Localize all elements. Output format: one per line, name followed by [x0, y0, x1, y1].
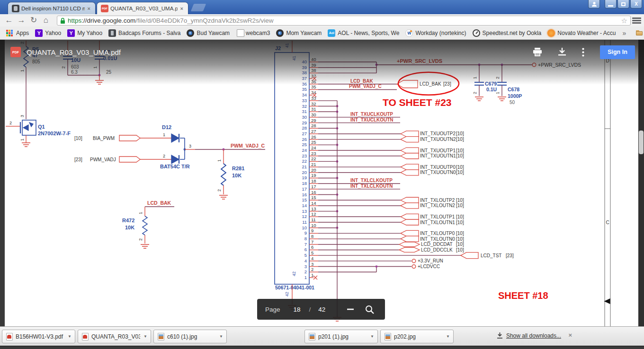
viewer-scrollbar-thumb[interactable]	[639, 131, 644, 154]
forward-button[interactable]: →	[15, 15, 27, 26]
zoom-reset-button[interactable]	[365, 305, 374, 314]
close-button[interactable]: X	[630, 0, 642, 9]
new-tab-button[interactable]	[191, 4, 206, 11]
svg-text:8: 8	[311, 234, 313, 239]
download-dropdown-icon[interactable]: ▼	[370, 334, 374, 339]
svg-text:7: 7	[311, 239, 313, 244]
minimize-icon	[608, 5, 613, 7]
download-item-p202-jpg[interactable]: p202.jpg▼	[380, 330, 454, 343]
tab-close-icon[interactable]: ×	[179, 6, 184, 11]
svg-text:LCD_BAK: LCD_BAK	[420, 81, 441, 87]
svg-text:22: 22	[311, 156, 316, 161]
bookmark-item-apps[interactable]: Apps	[6, 29, 29, 37]
svg-text:33: 33	[302, 98, 307, 103]
webcam-icon	[187, 29, 194, 37]
svg-text:[10]: [10]	[456, 153, 464, 158]
address-bar[interactable]: https://drive.google.com/file/d/0B4eDDk7…	[57, 16, 631, 26]
bookmark-item-webcam3[interactable]: webcam3	[236, 29, 270, 37]
svg-text:R281: R281	[232, 166, 244, 171]
svg-text:10: 10	[302, 225, 307, 230]
svg-text:5: 5	[304, 253, 307, 258]
profile-button[interactable]	[588, 0, 600, 9]
svg-text:30: 30	[302, 114, 307, 120]
svg-text:10K: 10K	[232, 173, 242, 178]
bookmark-item-badcaps-forums-salva[interactable]: Badcaps Forums - Salva	[108, 29, 180, 37]
menu-icon[interactable]	[632, 17, 641, 25]
downloads-close-icon[interactable]: ×	[568, 332, 572, 339]
bookmark-item-workday-nortekinc[interactable]: wWorkday (nortekinc)	[405, 29, 466, 37]
download-item-c610-1-jpg[interactable]: c610 (1).jpg▼	[153, 330, 227, 343]
apps-grid-icon	[6, 29, 14, 37]
svg-text:INT_TXUOUTN2: INT_TXUOUTN2	[420, 137, 456, 142]
svg-text:[23]: [23]	[74, 157, 82, 162]
url-path: /file/d/0B4eDDk7o_ymnQzdnaVk2b2swR2s/vie…	[135, 17, 621, 24]
svg-text:38: 38	[311, 68, 316, 73]
browser-window: Dell inspiron N7110 LCD no b × PDF QUANT…	[0, 0, 644, 349]
svg-text:21: 21	[302, 164, 307, 169]
restore-button[interactable]	[617, 0, 629, 9]
download-item-b156hw01-v3-pdf[interactable]: B156HW01-V3.pdf▼	[2, 330, 75, 343]
viewer-scrollbar-track[interactable]	[638, 40, 644, 326]
bookmark-item-my-yahoo[interactable]: YMy Yahoo	[67, 29, 102, 37]
svg-text:10: 10	[311, 223, 316, 228]
svg-text:20: 20	[311, 167, 316, 173]
download-item-quanta-r03-v03-u-pdf[interactable]: QUANTA_R03_V03_U....pdf▼	[78, 330, 151, 343]
workday-icon: w	[405, 29, 413, 37]
bookmark-item-novato-weather-accu[interactable]: Novato Weather - Accu	[547, 29, 616, 37]
current-page[interactable]: 18	[294, 306, 301, 313]
svg-text:1: 1	[473, 77, 477, 79]
svg-text:1: 1	[93, 66, 98, 69]
bookmark-item-mom-yawcam[interactable]: Mom Yawcam	[276, 29, 322, 37]
svg-text:[10]: [10]	[456, 242, 464, 247]
bookmark-item-aol-news-sports-we[interactable]: AolAOL - News, Sports, We	[328, 29, 399, 37]
aol-icon: Aol	[328, 29, 335, 37]
svg-text:11: 11	[311, 217, 316, 222]
plus-icon	[385, 306, 392, 313]
svg-text:30: 30	[311, 112, 316, 117]
download-dropdown-icon[interactable]: ▼	[68, 334, 72, 339]
show-all-downloads-link[interactable]: Show all downloads...	[497, 332, 561, 339]
svg-text:23: 23	[311, 151, 316, 156]
svg-text:11: 11	[302, 219, 307, 225]
tab-dell-inspiron[interactable]: Dell inspiron N7110 LCD no b ×	[8, 2, 96, 14]
other-bookmarks-folder[interactable]: Other bookmarks	[635, 29, 644, 37]
pdf-file-icon	[6, 333, 13, 340]
more-options-icon[interactable]	[582, 48, 584, 57]
navigation-toolbar: ← → ↻ ⌂ https://drive.google.com/file/d/…	[0, 14, 644, 26]
bookmark-star-icon[interactable]: ☆	[621, 17, 627, 25]
close-icon: X	[635, 1, 638, 7]
svg-text:24: 24	[311, 145, 316, 150]
download-dropdown-icon[interactable]: ▼	[219, 334, 223, 339]
download-dropdown-icon[interactable]: ▼	[446, 334, 450, 339]
bookmark-item-yahoo[interactable]: YYahoo	[35, 29, 61, 37]
svg-text:20: 20	[302, 170, 307, 175]
minimize-button[interactable]	[605, 0, 617, 9]
back-button[interactable]: ←	[3, 15, 15, 26]
home-button[interactable]: ⌂	[40, 15, 52, 26]
sign-in-button[interactable]: Sign In	[600, 45, 635, 59]
svg-text:39: 39	[302, 65, 307, 70]
svg-text:50671-04041-001: 50671-04041-001	[275, 285, 314, 290]
print-icon[interactable]	[533, 48, 542, 56]
reload-button[interactable]: ↻	[27, 15, 40, 26]
pdf-viewer: 21R5478051210U6036.321C70.01U25231Q12N70…	[0, 40, 644, 326]
bookmarks-overflow-chevron[interactable]: »	[622, 29, 626, 37]
tab-close-icon[interactable]: ×	[87, 6, 91, 11]
download-dropdown-icon[interactable]: ▼	[143, 334, 147, 339]
svg-text:1: 1	[217, 159, 222, 162]
bookmark-item-bud-yawcam[interactable]: Bud Yawcam	[187, 29, 230, 37]
speedtest-icon	[473, 29, 480, 37]
svg-text:R472: R472	[122, 218, 134, 223]
zoom-out-button[interactable]	[347, 308, 354, 310]
download-icon[interactable]	[558, 48, 566, 56]
bookmark-item-speedtest-net-by-ookla[interactable]: Speedtest.net by Ookla	[473, 29, 542, 37]
svg-text:2: 2	[495, 77, 500, 79]
page-label: Page	[265, 306, 280, 313]
bookmark-label: My Yahoo	[77, 30, 102, 36]
zoom-in-button[interactable]	[385, 306, 392, 313]
svg-text:2: 2	[61, 66, 66, 69]
svg-text:LCD_TST: LCD_TST	[481, 253, 501, 258]
download-item-p201-1-jpg[interactable]: p201 (1).jpg▼	[304, 330, 378, 343]
tab-quanta-pdf[interactable]: PDF QUANTA_R03_V03_UMA.p ×	[97, 2, 188, 14]
bookmark-label: webcam3	[246, 30, 270, 36]
